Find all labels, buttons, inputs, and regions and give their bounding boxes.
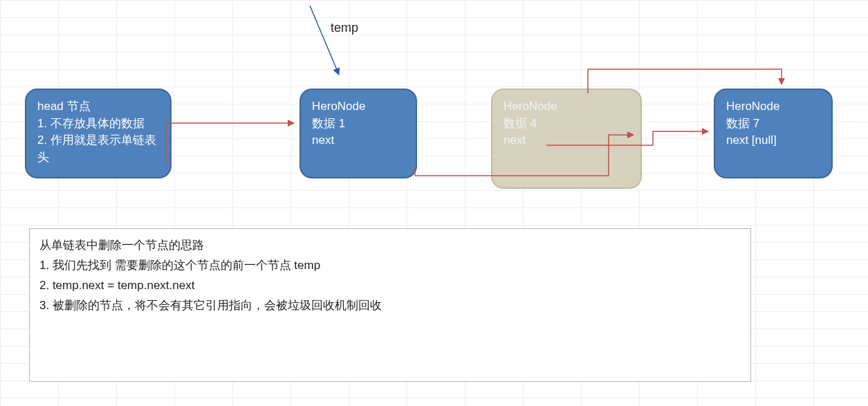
hero-node-1-title: HeroNode <box>312 98 405 116</box>
explain-step-2: 2. temp.next = temp.next.next <box>39 276 741 296</box>
hero-node-7-title: HeroNode <box>726 98 820 116</box>
head-node-line2: 2. 作用就是表示单链表头 <box>37 132 159 166</box>
hero-node-4-next: next <box>504 132 629 149</box>
explain-step-3: 3. 被删除的节点，将不会有其它引用指向，会被垃圾回收机制回收 <box>39 296 741 316</box>
hero-node-7: HeroNode 数据 7 next [null] <box>714 89 833 178</box>
hero-node-7-data: 数据 7 <box>726 116 820 133</box>
hero-node-4-title: HeroNode <box>504 98 629 116</box>
explanation-box: 从单链表中删除一个节点的思路 1. 我们先找到 需要删除的这个节点的前一个节点 … <box>29 228 751 382</box>
hero-node-1: HeroNode 数据 1 next <box>299 89 417 178</box>
head-node-title: head 节点 <box>37 98 159 116</box>
hero-node-1-next: next <box>312 132 405 149</box>
explain-step-1: 1. 我们先找到 需要删除的这个节点的前一个节点 temp <box>39 256 741 276</box>
arrow-temp <box>310 6 339 75</box>
hero-node-1-data: 数据 1 <box>312 116 405 133</box>
hero-node-4-deleted: HeroNode 数据 4 next <box>491 89 642 189</box>
hero-node-4-data: 数据 4 <box>504 116 629 133</box>
arrow-head-to-node1 <box>166 123 294 166</box>
hero-node-7-next: next [null] <box>726 132 820 149</box>
explain-title: 从单链表中删除一个节点的思路 <box>39 236 741 256</box>
temp-label: temp <box>331 21 358 35</box>
head-node: head 节点 1. 不存放具体的数据 2. 作用就是表示单链表头 <box>25 89 172 178</box>
head-node-line1: 1. 不存放具体的数据 <box>37 116 159 133</box>
